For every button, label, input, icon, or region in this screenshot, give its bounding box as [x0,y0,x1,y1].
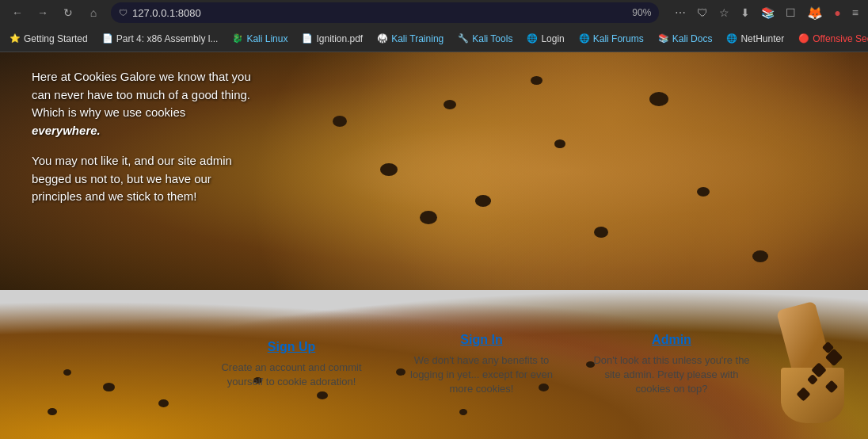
choc-chip [420,211,437,224]
bookmark-kali-linux[interactable]: 🐉 Kali Linux [226,31,294,47]
title-bar: ← → ↻ ⌂ 🛡 127.0.0.1:8080 90% ⋯ 🛡 ☆ ⬇ 📚 ☐… [0,0,868,25]
choc-chip [697,187,710,197]
bookmark-icon: 🌐 [726,33,737,44]
hero-paragraph-2: You may not like it, and our site admin … [32,152,253,206]
bookmark-icon: 🔴 [798,33,809,44]
admin-card: Admin Don't look at this unless you're t… [584,317,759,413]
window-button[interactable]: ☐ [782,5,799,21]
bookmark-icon: 🥋 [377,33,388,44]
hero-section: Here at Cookies Galore we know that you … [0,52,868,290]
bookmark-label: Kali Linux [246,33,287,44]
signup-card: Sign Up Create an account and commit you… [204,324,379,405]
bookmark-label: Ignition.pdf [316,33,363,44]
bookmark-offensive-security[interactable]: 🔴 Offensive Security [792,31,868,47]
library-button[interactable]: 📚 [758,5,778,21]
forward-button[interactable]: → [32,2,54,24]
download-button[interactable]: ⬇ [737,5,753,21]
admin-link[interactable]: Admin [592,333,751,347]
bookmark-label: Offensive Security [813,33,868,44]
bookmark-label: Part 4: x86 Assembly l... [116,33,219,44]
profile-button[interactable]: ● [831,5,843,21]
choc-chip [752,250,768,262]
choc-chip [444,100,456,109]
bookmark-getting-started[interactable]: ⭐ Getting Started [3,31,94,47]
signup-link[interactable]: Sign Up [212,340,371,354]
signin-description: We don't have any benefits to logging in… [402,353,561,397]
address-bar[interactable]: 🛡 127.0.0.1:8080 90% [111,2,659,23]
bookmark-icon: 🔧 [458,33,469,44]
bookmark-ignition[interactable]: 📄 Ignition.pdf [295,31,369,47]
bookmark-icon: 🐉 [232,33,243,44]
choc-chip [380,163,398,176]
star-button[interactable]: ☆ [716,5,733,21]
choc-chip [475,195,491,207]
bookmark-kali-docs[interactable]: 📚 Kali Docs [652,31,719,47]
browser-actions: ⋯ 🛡 ☆ ⬇ 📚 ☐ 🦊 ● ≡ [672,4,862,22]
bookmark-nethunter[interactable]: 🌐 NetHunter [720,31,790,47]
choc-chip [531,76,542,85]
security-icon: 🛡 [119,8,128,17]
bookmark-kali-training[interactable]: 🥋 Kali Training [371,31,450,47]
bookmark-label: Kali Training [391,33,444,44]
admin-description: Don't look at this unless you're the sit… [592,353,751,397]
bookmark-label: Kali Tools [472,33,512,44]
page-content: Here at Cookies Galore we know that you … [0,52,868,439]
bookmark-label: Login [541,33,564,44]
choc-chip [649,92,668,106]
choc-chip [594,227,608,238]
bookmark-icon: ⭐ [10,33,21,44]
browser-chrome: ← → ↻ ⌂ 🛡 127.0.0.1:8080 90% ⋯ 🛡 ☆ ⬇ 📚 ☐… [0,0,868,52]
hero-paragraph-1: Here at Cookies Galore we know that you … [32,68,253,139]
signin-link[interactable]: Sign In [402,333,561,347]
choc-chip [333,116,347,127]
home-button[interactable]: ⌂ [82,2,105,24]
bookmark-icon: 📄 [302,33,313,44]
bookmark-kali-tools[interactable]: 🔧 Kali Tools [451,31,519,47]
bookmark-login[interactable]: 🌐 Login [520,31,570,47]
hero-text-block: Here at Cookies Galore we know that you … [32,68,253,219]
bookmark-icon: 📚 [658,33,669,44]
bookmark-label: Getting Started [24,33,88,44]
signin-card: Sign In We don't have any benefits to lo… [394,317,569,413]
bookmarks-bar: ⭐ Getting Started 📄 Part 4: x86 Assembly… [0,25,868,52]
bookmark-x86[interactable]: 📄 Part 4: x86 Assembly l... [96,31,225,47]
bookmark-icon: 🌐 [527,33,538,44]
nav-buttons: ← → ↻ ⌂ [6,2,105,24]
zoom-level: 90% [632,7,651,18]
menu-button[interactable]: ≡ [849,5,862,21]
back-button[interactable]: ← [6,2,29,24]
bookmark-label: NetHunter [740,33,784,44]
shield-button[interactable]: 🛡 [694,5,711,21]
bookmark-icon: 📄 [102,33,113,44]
bookmark-label: Kali Forums [593,33,644,44]
bottom-section: Sign Up Create an account and commit you… [0,290,868,439]
action-cards-container: Sign Up Create an account and commit you… [0,290,868,439]
firefox-icon: 🦊 [804,4,826,22]
bookmark-icon: 🌐 [579,33,590,44]
signup-description: Create an account and commit yourself to… [212,361,371,389]
url-text: 127.0.0.1:8080 [132,7,627,19]
reload-button[interactable]: ↻ [57,2,79,24]
extensions-button[interactable]: ⋯ [672,5,689,21]
choc-chip [554,139,565,148]
bookmark-label: Kali Docs [672,33,713,44]
bookmark-kali-forums[interactable]: 🌐 Kali Forums [573,31,650,47]
